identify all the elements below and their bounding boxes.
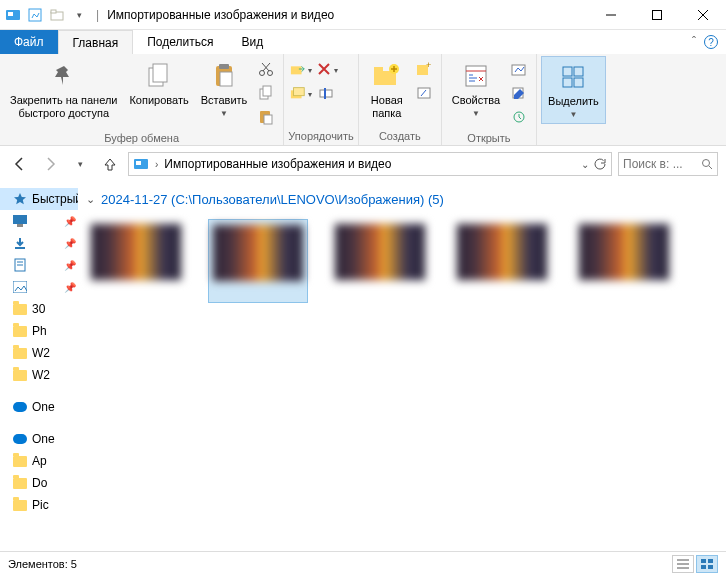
nav-documents[interactable]: 📌: [0, 254, 78, 276]
paste-dropdown-icon[interactable]: ▼: [220, 109, 228, 118]
svg-rect-6: [653, 10, 662, 19]
nav-sub-pic[interactable]: Pic: [0, 494, 78, 516]
copy-path-icon[interactable]: [255, 82, 277, 104]
svg-rect-44: [17, 224, 23, 227]
minimize-button[interactable]: [588, 0, 634, 30]
copy-button[interactable]: Копировать: [123, 56, 194, 111]
nav-downloads[interactable]: 📌: [0, 232, 78, 254]
qat-dropdown-icon[interactable]: ▾: [70, 6, 88, 24]
file-thumbnail[interactable]: .: [330, 219, 430, 303]
properties-dropdown-icon[interactable]: ▼: [472, 109, 480, 118]
qat-properties-icon[interactable]: [26, 6, 44, 24]
paste-button[interactable]: Вставить ▼: [195, 56, 254, 122]
cloud-icon: [12, 431, 28, 447]
breadcrumb[interactable]: Импортированные изображения и видео: [164, 157, 391, 171]
edit-icon[interactable]: [508, 82, 530, 104]
new-folder-label: Новая папка: [371, 94, 403, 119]
delete-icon[interactable]: ▾: [316, 58, 338, 80]
tab-share[interactable]: Поделиться: [133, 30, 227, 54]
explorer-body: Быстрый доступ 📌 📌 📌 📌 30 Ph W2 W2 One O…: [0, 182, 726, 551]
close-button[interactable]: [680, 0, 726, 30]
svg-rect-32: [512, 65, 525, 75]
navigation-pane[interactable]: Быстрый доступ 📌 📌 📌 📌 30 Ph W2 W2 One O…: [0, 182, 78, 551]
copy-label: Копировать: [129, 94, 188, 107]
svg-rect-31: [466, 66, 486, 86]
file-thumbnail[interactable]: .: [574, 219, 674, 303]
nav-onedrive-2[interactable]: One: [0, 428, 78, 450]
search-icon: [701, 158, 713, 170]
file-thumbnail[interactable]: .: [86, 219, 186, 303]
svg-rect-38: [574, 78, 583, 87]
breadcrumb-sep-icon: ›: [155, 159, 158, 170]
recent-dropdown-icon[interactable]: ▾: [68, 152, 92, 176]
qat-newfolder-icon[interactable]: [48, 6, 66, 24]
view-details-button[interactable]: [672, 555, 694, 573]
nav-sub-do[interactable]: Do: [0, 472, 78, 494]
pin-label: Закрепить на панели быстрого доступа: [10, 94, 117, 119]
file-thumbnail[interactable]: .: [452, 219, 552, 303]
nav-pictures[interactable]: 📌: [0, 276, 78, 298]
address-dropdown-icon[interactable]: ⌄: [581, 159, 589, 170]
properties-label: Свойства: [452, 94, 500, 107]
svg-rect-36: [574, 67, 583, 76]
view-thumbnails-button[interactable]: [696, 555, 718, 573]
pin-quick-access-button[interactable]: Закрепить на панели быстрого доступа: [4, 56, 123, 123]
title-bar: ▾ | Импортированные изображения и видео: [0, 0, 726, 30]
svg-rect-19: [264, 115, 272, 124]
refresh-icon[interactable]: [593, 157, 607, 171]
tab-file[interactable]: Файл: [0, 30, 58, 54]
back-button[interactable]: [8, 152, 32, 176]
select-dropdown-icon[interactable]: ▼: [570, 110, 578, 119]
thumbnail-grid: . . . . .: [86, 219, 718, 303]
copy-to-icon[interactable]: ▾: [290, 82, 312, 104]
address-box[interactable]: › Импортированные изображения и видео ⌄: [128, 152, 612, 176]
select-button[interactable]: Выделить ▼: [541, 56, 606, 124]
ribbon-group-organize: ▾ ▾ ▾ Упорядочить: [284, 54, 358, 145]
svg-point-14: [260, 71, 265, 76]
nav-desktop[interactable]: 📌: [0, 210, 78, 232]
cut-icon[interactable]: [255, 58, 277, 80]
file-thumbnail[interactable]: .: [208, 219, 308, 303]
nav-folder-ph[interactable]: Ph: [0, 320, 78, 342]
search-input[interactable]: Поиск в: ...: [618, 152, 718, 176]
history-icon[interactable]: [508, 106, 530, 128]
group-collapse-icon[interactable]: ⌄: [86, 193, 95, 206]
nav-quick-label: Быстрый доступ: [32, 192, 78, 206]
tab-home[interactable]: Главная: [58, 30, 134, 54]
new-folder-button[interactable]: Новая папка: [363, 56, 411, 123]
forward-button[interactable]: [38, 152, 62, 176]
svg-rect-55: [701, 565, 706, 569]
svg-rect-26: [374, 67, 383, 72]
help-icon[interactable]: ?: [704, 35, 718, 49]
thumbnail-image: [90, 223, 182, 281]
easy-access-icon[interactable]: [413, 82, 435, 104]
move-to-icon[interactable]: ▾: [290, 58, 312, 80]
nav-folder-w2a[interactable]: W2: [0, 342, 78, 364]
group-header[interactable]: ⌄ 2024-11-27 (C:\Пользователи\LENOVO\Изо…: [86, 192, 718, 207]
document-icon: [12, 257, 28, 273]
tab-view[interactable]: Вид: [227, 30, 277, 54]
picture-icon: [12, 279, 28, 295]
nav-folder-w2b[interactable]: W2: [0, 364, 78, 386]
pin-icon: 📌: [64, 238, 76, 249]
maximize-button[interactable]: [634, 0, 680, 30]
paste-shortcut-icon[interactable]: [255, 106, 277, 128]
svg-point-15: [268, 71, 273, 76]
ribbon-collapse-icon[interactable]: ˆ: [692, 35, 696, 49]
nav-quick-access[interactable]: Быстрый доступ: [0, 188, 78, 210]
up-button[interactable]: [98, 152, 122, 176]
nav-folder-30[interactable]: 30: [0, 298, 78, 320]
nav-onedrive-1[interactable]: One: [0, 396, 78, 418]
address-bar: ▾ › Импортированные изображения и видео …: [0, 146, 726, 182]
properties-button[interactable]: Свойства ▼: [446, 56, 506, 122]
ribbon-group-clipboard: Закрепить на панели быстрого доступа Коп…: [0, 54, 284, 145]
rename-icon[interactable]: [316, 82, 338, 104]
nav-sub-ap[interactable]: Ap: [0, 450, 78, 472]
svg-text:+: +: [426, 62, 431, 70]
desktop-icon: [12, 213, 28, 229]
download-icon: [12, 235, 28, 251]
open-icon[interactable]: [508, 58, 530, 80]
file-list-area[interactable]: ⌄ 2024-11-27 (C:\Пользователи\LENOVO\Изо…: [78, 182, 726, 551]
new-item-icon[interactable]: +: [413, 58, 435, 80]
folder-icon: [12, 453, 28, 469]
